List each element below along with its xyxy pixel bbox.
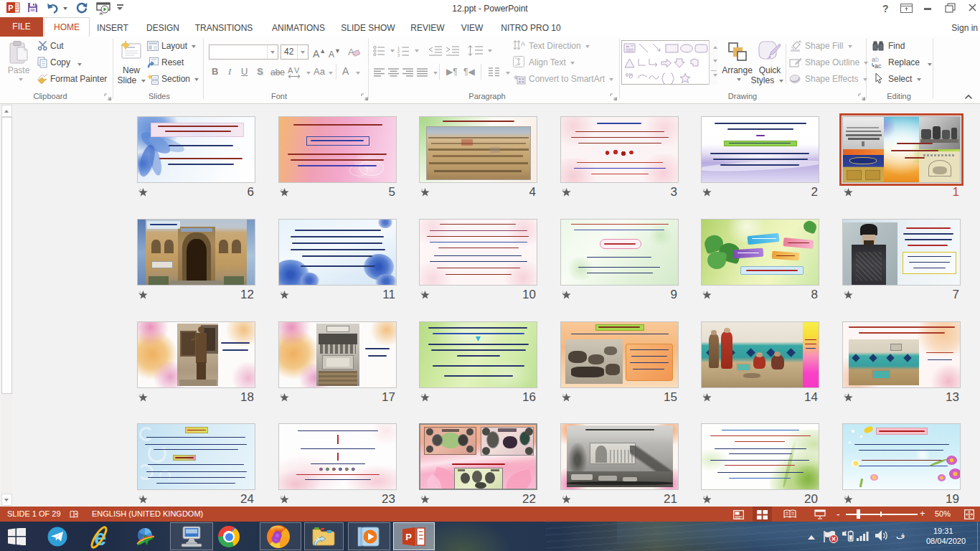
svg-text:c: c bbox=[878, 62, 882, 70]
svg-text:A: A bbox=[288, 66, 293, 75]
svg-text:V: V bbox=[294, 66, 300, 75]
svg-text:A: A bbox=[521, 40, 525, 47]
svg-text:3: 3 bbox=[397, 53, 400, 57]
svg-text:P: P bbox=[405, 532, 412, 542]
